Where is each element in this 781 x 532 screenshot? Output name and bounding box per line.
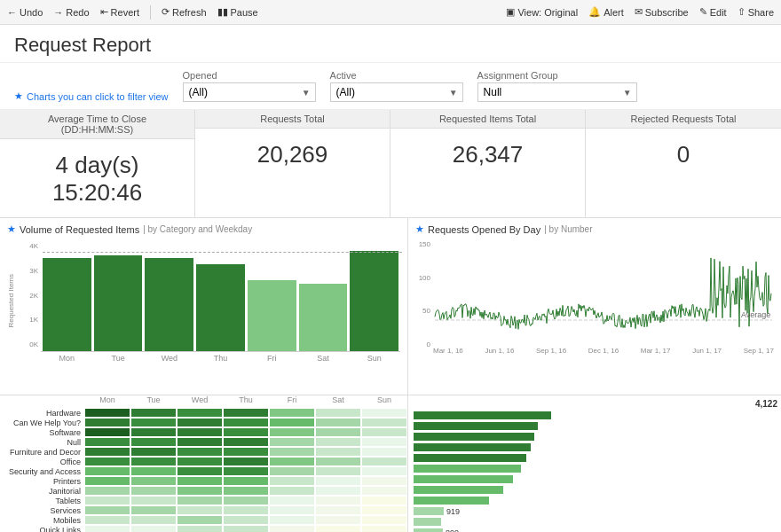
hmap-cell[interactable] xyxy=(223,505,269,515)
hmap-cell[interactable] xyxy=(84,486,130,496)
hmap-cell[interactable] xyxy=(177,447,223,457)
hmap-cell[interactable] xyxy=(269,466,315,476)
hmap-cell[interactable] xyxy=(177,525,223,532)
hmap-cell[interactable] xyxy=(84,418,130,427)
hmap-cell[interactable] xyxy=(223,496,269,505)
hmap-cell[interactable] xyxy=(84,457,130,466)
hmap-cell[interactable] xyxy=(177,515,223,525)
hmap-cell[interactable] xyxy=(269,437,315,447)
hmap-cell[interactable] xyxy=(177,437,223,447)
hmap-cell[interactable] xyxy=(130,496,177,505)
hmap-cell[interactable] xyxy=(84,408,130,418)
hmap-cell[interactable] xyxy=(269,418,315,427)
hbar-bar[interactable] xyxy=(414,433,534,441)
hmap-cell[interactable] xyxy=(315,505,361,515)
subscribe-button[interactable]: ✉ Subscribe xyxy=(635,6,689,18)
hmap-cell[interactable] xyxy=(269,457,315,466)
hmap-cell[interactable] xyxy=(130,525,177,532)
bar-col[interactable] xyxy=(299,242,348,351)
hmap-cell[interactable] xyxy=(177,476,223,486)
hmap-cell[interactable] xyxy=(269,515,315,525)
hbar-bar[interactable] xyxy=(414,507,444,515)
hbar-bar[interactable] xyxy=(414,422,538,430)
hmap-cell[interactable] xyxy=(177,408,223,418)
hmap-cell[interactable] xyxy=(177,427,223,437)
hmap-cell[interactable] xyxy=(84,466,130,476)
revert-button[interactable]: ⇤ Revert xyxy=(100,6,139,18)
hmap-cell[interactable] xyxy=(84,525,130,532)
hmap-cell[interactable] xyxy=(361,476,407,486)
hmap-cell[interactable] xyxy=(361,447,407,457)
hbar-bar[interactable] xyxy=(414,518,441,526)
hmap-cell[interactable] xyxy=(84,496,130,505)
hmap-cell[interactable] xyxy=(361,486,407,496)
hmap-cell[interactable] xyxy=(223,427,269,437)
hmap-cell[interactable] xyxy=(223,515,269,525)
hmap-cell[interactable] xyxy=(130,457,177,466)
hmap-cell[interactable] xyxy=(361,437,407,447)
hmap-cell[interactable] xyxy=(223,466,269,476)
hmap-cell[interactable] xyxy=(130,515,177,525)
hmap-cell[interactable] xyxy=(84,437,130,447)
hmap-cell[interactable] xyxy=(361,418,407,427)
bar-col[interactable] xyxy=(248,242,296,351)
hmap-cell[interactable] xyxy=(361,505,407,515)
hmap-cell[interactable] xyxy=(361,515,407,525)
pause-button[interactable]: ▮▮ Pause xyxy=(217,6,258,18)
hmap-cell[interactable] xyxy=(223,418,269,427)
hmap-cell[interactable] xyxy=(315,408,361,418)
undo-button[interactable]: ← Undo xyxy=(7,7,43,18)
refresh-button[interactable]: ⟳ Refresh xyxy=(162,6,207,18)
hmap-cell[interactable] xyxy=(361,466,407,476)
hmap-cell[interactable] xyxy=(361,525,407,532)
hmap-cell[interactable] xyxy=(315,457,361,466)
hmap-cell[interactable] xyxy=(315,525,361,532)
bar-col[interactable] xyxy=(145,242,193,351)
hmap-cell[interactable] xyxy=(315,418,361,427)
hmap-cell[interactable] xyxy=(315,466,361,476)
hmap-cell[interactable] xyxy=(177,466,223,476)
hmap-cell[interactable] xyxy=(315,427,361,437)
bar-col[interactable] xyxy=(43,242,91,351)
hmap-cell[interactable] xyxy=(84,505,130,515)
hmap-cell[interactable] xyxy=(269,476,315,486)
hmap-cell[interactable] xyxy=(84,447,130,457)
hbar-bar[interactable] xyxy=(414,454,526,462)
hmap-cell[interactable] xyxy=(223,525,269,532)
hmap-cell[interactable] xyxy=(130,408,177,418)
hmap-cell[interactable] xyxy=(269,447,315,457)
hmap-cell[interactable] xyxy=(130,447,177,457)
hmap-cell[interactable] xyxy=(130,437,177,447)
hmap-cell[interactable] xyxy=(130,418,177,427)
bar-col[interactable] xyxy=(350,242,398,351)
hmap-cell[interactable] xyxy=(84,515,130,525)
hmap-cell[interactable] xyxy=(315,486,361,496)
hmap-cell[interactable] xyxy=(84,476,130,486)
hmap-cell[interactable] xyxy=(223,447,269,457)
hmap-cell[interactable] xyxy=(269,525,315,532)
hmap-cell[interactable] xyxy=(177,505,223,515)
hmap-cell[interactable] xyxy=(223,437,269,447)
hmap-cell[interactable] xyxy=(130,466,177,476)
alert-button[interactable]: 🔔 Alert xyxy=(588,6,624,18)
hmap-cell[interactable] xyxy=(130,476,177,486)
hmap-cell[interactable] xyxy=(223,457,269,466)
hmap-cell[interactable] xyxy=(361,496,407,505)
hbar-bar[interactable] xyxy=(414,528,443,532)
hmap-cell[interactable] xyxy=(269,496,315,505)
hmap-cell[interactable] xyxy=(177,496,223,505)
hmap-cell[interactable] xyxy=(130,505,177,515)
hmap-cell[interactable] xyxy=(130,427,177,437)
hmap-cell[interactable] xyxy=(177,418,223,427)
active-select[interactable]: (All) xyxy=(330,82,463,102)
hmap-cell[interactable] xyxy=(269,505,315,515)
assignment-select[interactable]: Null xyxy=(477,82,637,102)
hmap-cell[interactable] xyxy=(269,486,315,496)
hbar-bar[interactable] xyxy=(414,475,513,483)
hmap-cell[interactable] xyxy=(361,457,407,466)
hmap-cell[interactable] xyxy=(223,486,269,496)
hbar-bar[interactable] xyxy=(414,465,521,473)
hbar-bar[interactable] xyxy=(414,486,503,494)
bar-col[interactable] xyxy=(94,242,143,351)
hbar-bar[interactable] xyxy=(414,443,531,451)
